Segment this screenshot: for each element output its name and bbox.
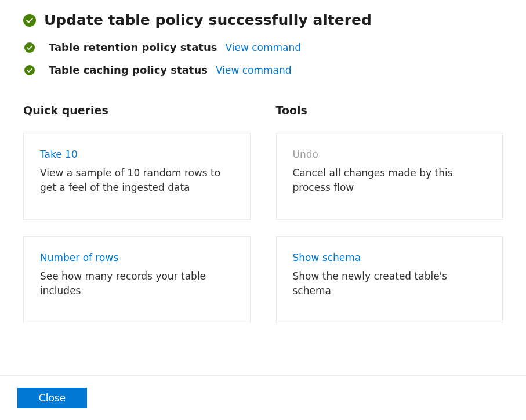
footer: Close: [0, 375, 526, 420]
card-number-of-rows-link[interactable]: Number of rows: [40, 252, 234, 263]
check-circle-icon: [24, 42, 35, 53]
card-undo-link: Undo: [293, 149, 487, 160]
close-button[interactable]: Close: [17, 388, 87, 408]
card-take-10-link[interactable]: Take 10: [40, 149, 234, 160]
quick-queries-column: Quick queries Take 10 View a sample of 1…: [23, 104, 251, 339]
card-take-10-desc: View a sample of 10 random rows to get a…: [40, 166, 234, 194]
card-take-10: Take 10 View a sample of 10 random rows …: [23, 133, 251, 220]
card-undo: Undo Cancel all changes made by this pro…: [276, 133, 503, 220]
view-command-link-caching[interactable]: View command: [216, 64, 292, 76]
header: Update table policy successfully altered: [23, 12, 503, 28]
view-command-link-retention[interactable]: View command: [225, 42, 301, 53]
status-row-caching: Table caching policy status View command: [23, 64, 503, 76]
status-label: Table caching policy status: [49, 64, 208, 76]
card-show-schema-link[interactable]: Show schema: [293, 252, 487, 263]
card-show-schema: Show schema Show the newly created table…: [276, 236, 503, 323]
tools-column: Tools Undo Cancel all changes made by th…: [276, 104, 503, 339]
card-show-schema-desc: Show the newly created table's schema: [293, 269, 487, 298]
quick-queries-title: Quick queries: [23, 104, 251, 117]
card-undo-desc: Cancel all changes made by this process …: [293, 166, 487, 194]
status-row-retention: Table retention policy status View comma…: [23, 41, 503, 53]
check-circle-icon: [24, 65, 35, 75]
status-label: Table retention policy status: [49, 41, 217, 53]
svg-point-0: [23, 14, 36, 27]
tools-title: Tools: [276, 104, 503, 117]
svg-point-1: [24, 42, 35, 53]
svg-point-2: [24, 65, 35, 75]
page-title: Update table policy successfully altered: [44, 12, 372, 28]
card-number-of-rows-desc: See how many records your table includes: [40, 269, 234, 298]
card-number-of-rows: Number of rows See how many records your…: [23, 236, 251, 323]
check-circle-icon: [23, 14, 36, 27]
